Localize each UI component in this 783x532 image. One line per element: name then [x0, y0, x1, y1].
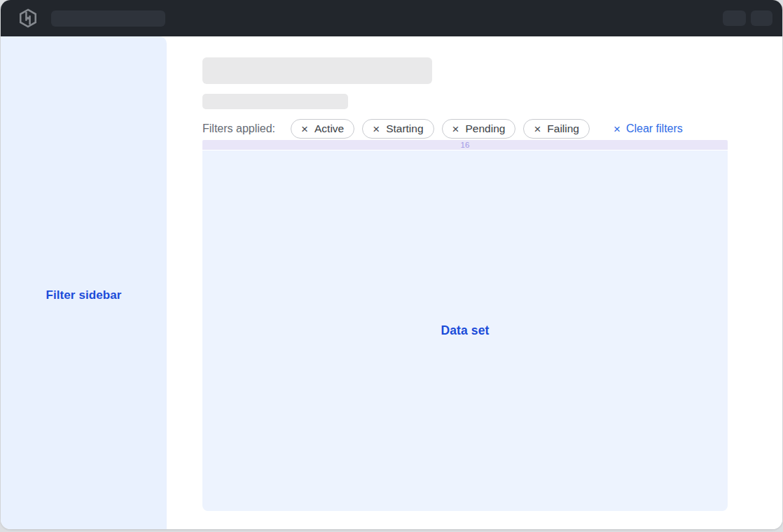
- filter-chip-label: Pending: [466, 122, 506, 135]
- dataset-header-bar: 16: [202, 140, 728, 150]
- filter-sidebar[interactable]: Filter sidebar: [1, 36, 167, 529]
- remove-filter-icon[interactable]: ×: [534, 122, 541, 134]
- remove-filter-icon[interactable]: ×: [373, 122, 380, 134]
- filters-applied-label: Filters applied:: [202, 122, 275, 135]
- filter-chip-active[interactable]: × Active: [291, 119, 354, 139]
- remove-filter-icon[interactable]: ×: [301, 122, 308, 134]
- page-title-placeholder: [202, 57, 432, 84]
- top-nav-bar: [1, 0, 782, 36]
- page-subtitle-placeholder: [202, 94, 348, 109]
- filter-chip-list: × Active × Starting × Pending × Failing: [291, 119, 590, 139]
- filter-chip-pending[interactable]: × Pending: [442, 119, 516, 139]
- main-content: Filters applied: × Active × Starting × P…: [167, 36, 782, 529]
- topbar-button-placeholder-2[interactable]: [751, 10, 772, 26]
- app-window: Filter sidebar Filters applied: × Active…: [1, 0, 782, 529]
- clear-filters-x-icon: ×: [614, 123, 621, 135]
- filter-chip-label: Failing: [547, 122, 579, 135]
- clear-filters-link[interactable]: × Clear filters: [614, 122, 683, 135]
- clear-filters-label: Clear filters: [626, 122, 683, 135]
- filter-chip-label: Active: [314, 122, 344, 135]
- filters-applied-row: Filters applied: × Active × Starting × P…: [202, 119, 728, 139]
- hashicorp-logo-icon: [18, 8, 38, 28]
- dataset-row-count: 16: [461, 141, 470, 149]
- filter-chip-failing[interactable]: × Failing: [523, 119, 590, 139]
- topbar-button-placeholder-1[interactable]: [723, 10, 746, 26]
- body-row: Filter sidebar Filters applied: × Active…: [1, 36, 782, 529]
- filter-sidebar-label: Filter sidebar: [46, 263, 121, 302]
- dataset-label: Data set: [441, 323, 490, 338]
- filter-chip-starting[interactable]: × Starting: [362, 119, 434, 139]
- search-input-placeholder[interactable]: [51, 10, 165, 27]
- remove-filter-icon[interactable]: ×: [452, 122, 459, 134]
- filter-chip-label: Starting: [386, 122, 423, 135]
- dataset-region[interactable]: Data set: [202, 150, 728, 511]
